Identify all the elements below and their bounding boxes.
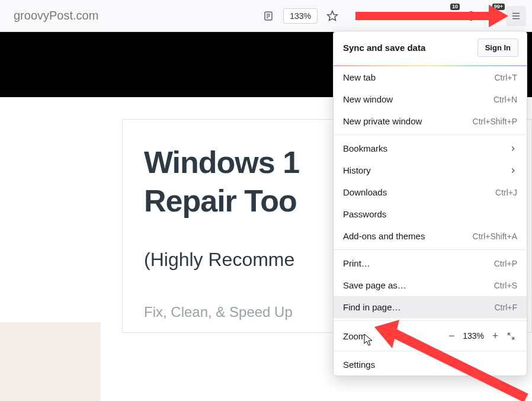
- menu-separator: [334, 249, 527, 250]
- menu-settings[interactable]: Settings: [334, 354, 527, 376]
- menu-separator: [334, 134, 527, 135]
- zoom-value: 133%: [459, 331, 488, 341]
- menu-addons[interactable]: Add-ons and themes Ctrl+Shift+A: [334, 225, 527, 247]
- zoom-out-button[interactable]: −: [444, 328, 459, 344]
- menu-new-window[interactable]: New window Ctrl+N: [334, 88, 527, 110]
- chevron-right-icon: [509, 166, 517, 175]
- url-display: groovyPost.com: [14, 9, 98, 23]
- menu-downloads[interactable]: Downloads Ctrl+J: [334, 181, 527, 203]
- menu-new-tab[interactable]: New tab Ctrl+T: [334, 66, 527, 88]
- bookmark-star-icon[interactable]: [322, 6, 342, 26]
- menu-new-private-window[interactable]: New private window Ctrl+Shift+P: [334, 110, 527, 132]
- gradient-separator: [334, 65, 527, 66]
- menu-zoom-row: Zoom − 133% +: [334, 323, 527, 348]
- menu-passwords[interactable]: Passwords: [334, 203, 527, 225]
- svg-rect-6: [445, 12, 452, 20]
- menu-bookmarks[interactable]: Bookmarks: [334, 137, 527, 159]
- menu-save-page[interactable]: Save page as… Ctrl+S: [334, 274, 527, 296]
- extensions-icon[interactable]: 99+: [483, 6, 504, 26]
- zoom-indicator[interactable]: 133%: [283, 8, 318, 24]
- reader-mode-icon[interactable]: [258, 6, 278, 26]
- container-icon[interactable]: 10: [438, 6, 459, 26]
- pocket-icon[interactable]: [416, 6, 436, 26]
- menu-find-in-page[interactable]: Find in page… Ctrl+F: [334, 296, 527, 318]
- hamburger-menu-button[interactable]: [506, 6, 526, 26]
- badge-count: 10: [450, 4, 460, 10]
- menu-separator: [334, 320, 527, 321]
- zoom-label: Zoom: [343, 331, 444, 341]
- fullscreen-icon[interactable]: [503, 328, 518, 344]
- menu-print[interactable]: Print… Ctrl+P: [334, 252, 527, 274]
- sign-in-button[interactable]: Sign In: [477, 39, 518, 57]
- svg-marker-4: [328, 11, 338, 20]
- chevron-right-icon: [509, 145, 517, 153]
- svg-rect-5: [422, 12, 430, 19]
- sidebar-thumbnail[interactable]: [0, 322, 101, 401]
- shield-icon[interactable]: [461, 6, 481, 26]
- menu-separator: [334, 351, 527, 351]
- menu-sync-header: Sync and save data Sign In: [334, 31, 527, 65]
- badge-count: 99+: [492, 4, 505, 10]
- zoom-in-button[interactable]: +: [488, 328, 503, 344]
- sync-title: Sync and save data: [343, 43, 425, 53]
- menu-history[interactable]: History: [334, 159, 527, 181]
- app-menu: Sync and save data Sign In New tab Ctrl+…: [333, 31, 527, 376]
- browser-toolbar: groovyPost.com 133% 10 99+: [0, 0, 532, 32]
